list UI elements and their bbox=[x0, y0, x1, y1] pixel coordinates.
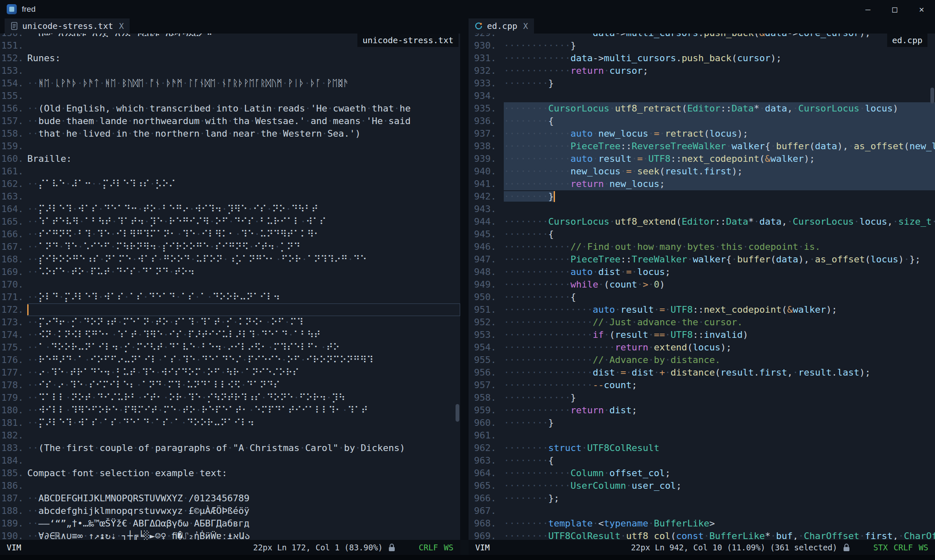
code-line[interactable]: 963.········{ bbox=[469, 454, 935, 467]
code-line[interactable]: 941.············return·new_locus; bbox=[469, 178, 935, 190]
code-line[interactable]: 157.··bude·thaem·lande·northweardum·with… bbox=[0, 115, 460, 127]
code-line[interactable]: 184. bbox=[0, 454, 460, 467]
code-line[interactable]: 951.················auto·result·=·UTF8::… bbox=[469, 303, 935, 316]
code-line[interactable]: 961. bbox=[469, 429, 935, 442]
code-line[interactable]: 163. bbox=[0, 190, 460, 203]
maximize-button[interactable]: □ bbox=[881, 0, 908, 18]
code-line[interactable]: 188.··abcdefghijklmnopqrstuvwxyz·£©µÀÆÖÞ… bbox=[0, 505, 460, 517]
code-line[interactable]: 965.············UserColumn·user_col; bbox=[469, 480, 935, 492]
code-line[interactable]: 182. bbox=[0, 429, 460, 442]
code-line[interactable]: 937.············auto·new_locus·=·retract… bbox=[469, 127, 935, 140]
code-line[interactable]: 181.··⡍⠜⠇⠑⠹·⠺⠁⠎·⠁⠎·⠙⠑⠁⠙·⠁⠎·⠁·⠙⠕⠕⠗⠤⠝⠁⠊⠇⠲ bbox=[0, 417, 460, 429]
code-line[interactable]: 158.··that·he·lived·in·the·northern·land… bbox=[0, 127, 460, 140]
code-line[interactable]: 932.············return·cursor; bbox=[469, 65, 935, 77]
code-line[interactable]: 939.············auto·result·=·UTF8::next… bbox=[469, 153, 935, 165]
code-line[interactable]: 968.········template·<typename·BufferLik… bbox=[469, 517, 935, 530]
code-line[interactable]: 152.Runes: bbox=[0, 52, 460, 65]
code-line[interactable]: 187.··ABCDEFGHIJKLMNOPQRSTUVWXYZ·/012345… bbox=[0, 492, 460, 505]
code-line[interactable]: 175.··⠁·⠙⠕⠕⠗⠤⠝⠁⠊⠇⠲·⡊·⠍⠊⠣⠞·⠙⠁⠧⠑·⠃⠑⠲·⠔⠊⠇⠔⠫… bbox=[0, 341, 460, 354]
code-line[interactable]: 957.················--count; bbox=[469, 379, 935, 391]
code-line[interactable]: 166.··⠎⠊⠛⠝⠫·⠃⠹·⠹⠑·⠊⠇⠻⠛⠹⠍⠁⠝⠂·⠹⠑·⠊⠇⠻⠅⠂·⠹⠑·… bbox=[0, 228, 460, 241]
scrollbar-thumb[interactable] bbox=[456, 404, 459, 422]
code-line[interactable]: 165.··⠱⠁⠞⠑⠧⠻·⠁⠃⠳⠞·⠹⠁⠞⠲·⡹⠑·⠗⠑⠛⠊⠌⠻·⠕⠋·⠙⠊⠎·… bbox=[0, 215, 460, 228]
code-line[interactable]: 959.············return·dist; bbox=[469, 404, 935, 417]
close-button[interactable]: ✕ bbox=[908, 0, 935, 18]
editor-pane-unicode-stress: 150.··ሰው·እንደቤቱ·እንጅ·እንደ·ጉረቤቱ·አይተዳደርም።151.… bbox=[0, 34, 460, 540]
tab-unicode-stress[interactable]: unicode-stress.txt X bbox=[5, 18, 130, 34]
code-line[interactable]: 156.··(Old·English,·which·transcribed·in… bbox=[0, 102, 460, 115]
code-line[interactable]: 179.··⠩⠁⠇⠇·⠝⠕⠞·⠙⠊⠌⠥⠗⠃·⠊⠞⠂·⠕⠗·⠹⠑·⡊⠳⠝⠞⠗⠹⠰⠎… bbox=[0, 391, 460, 404]
code-line[interactable]: 931.············data->multi_cursors.push… bbox=[469, 52, 935, 65]
code-line[interactable]: 948.············auto·dist·=·locus; bbox=[469, 266, 935, 278]
code-line[interactable]: 176.··⠗⠑⠛⠜⠙·⠁·⠊⠕⠋⠋⠔⠤⠝⠁⠊⠇·⠁⠎·⠹⠑·⠙⠑⠁⠙⠑⠌·⠏⠊… bbox=[0, 354, 460, 366]
code-line[interactable]: 943. bbox=[469, 203, 935, 215]
code-line[interactable]: 956.················dist·=·dist·+·distan… bbox=[469, 366, 935, 379]
code-text: Braille: bbox=[27, 153, 460, 165]
code-line[interactable]: 934. bbox=[469, 90, 935, 102]
code-line[interactable]: 946.············//·Find·out·how·many·byt… bbox=[469, 241, 935, 253]
code-line[interactable]: 155. bbox=[0, 90, 460, 102]
code-line[interactable]: 173.··⡍⠔⠙⠖·⡊·⠙⠕⠝⠰⠞·⠍⠑⠁⠝·⠞⠕·⠎⠁⠹·⠹⠁⠞·⡊·⠅⠝⠪… bbox=[0, 316, 460, 329]
code-text: ··⡍⠜⠇⠑⠹·⠺⠁⠎·⠁⠎·⠙⠑⠁⠙·⠁⠎·⠁·⠙⠕⠕⠗⠤⠝⠁⠊⠇⠲ bbox=[27, 417, 460, 429]
code-line[interactable]: 935.········CursorLocus·utf8_retract(Edi… bbox=[469, 102, 935, 115]
code-line[interactable]: 944.········CursorLocus·utf8_extend(Edit… bbox=[469, 215, 935, 228]
code-line[interactable]: 178.··⠊⠎·⠔·⠹⠑·⠎⠊⠍⠊⠇⠑⠆·⠁⠝⠙·⠍⠹·⠥⠝⠙⠁⠇⠇⠪⠫·⠙⠁… bbox=[0, 379, 460, 391]
code-line[interactable]: 170. bbox=[0, 278, 460, 291]
code-line[interactable]: 172. bbox=[0, 303, 460, 316]
code-line[interactable]: 967. bbox=[469, 505, 935, 517]
code-line[interactable]: 167.··⠁⠝⠙·⠹⠑·⠡⠊⠑⠋·⠍⠳⠗⠝⠻⠲·⡎⠊⠗⠕⠕⠛⠑·⠎⠊⠛⠝⠫·⠊… bbox=[0, 241, 460, 253]
titlebar[interactable]: fred — □ ✕ bbox=[0, 0, 935, 18]
code-line[interactable]: 954.····················return·extend(lo… bbox=[469, 341, 935, 354]
tab-ed-cpp[interactable]: ed.cpp X bbox=[469, 18, 534, 34]
code-line[interactable]: 950.············{ bbox=[469, 291, 935, 303]
code-line[interactable]: 174.··⠪⠝·⠅⠝⠪⠇⠫⠛⠑⠂·⠱⠁⠞·⠹⠻⠑·⠊⠎·⠏⠜⠞⠊⠊⠥⠇⠜⠇⠹·… bbox=[0, 329, 460, 341]
code-line[interactable]: 942.········} bbox=[469, 190, 935, 203]
code-line[interactable]: 160.Braille: bbox=[0, 153, 460, 165]
code-line[interactable]: 164.··⡍⠜⠇⠑⠹·⠺⠁⠎·⠙⠑⠁⠙⠒·⠞⠕·⠃⠑⠛⠔·⠺⠊⠹⠲·⡹⠻⠑·⠊… bbox=[0, 203, 460, 215]
code-line[interactable]: 161. bbox=[0, 165, 460, 178]
code-line[interactable]: 169.··⠡⠕⠎⠑·⠞⠕·⠏⠥⠞·⠙⠊⠎·⠙⠁⠝⠙·⠞⠕⠲ bbox=[0, 266, 460, 278]
code-line[interactable]: 168.··⡎⠊⠗⠕⠕⠛⠑⠰⠎·⠝⠁⠍⠑·⠺⠁⠎·⠛⠕⠕⠙·⠥⠏⠕⠝·⠰⡡⠁⠝⠛… bbox=[0, 253, 460, 266]
code-text: ··that·he·lived·in·the·northern·land·nea… bbox=[27, 127, 460, 140]
code-line[interactable]: 962.········struct·UTF8ColResult bbox=[469, 442, 935, 454]
code-line[interactable]: 185.Compact·font·selection·example·text: bbox=[0, 467, 460, 480]
code-line[interactable]: 938.············PieceTree::ReverseTreeWa… bbox=[469, 140, 935, 153]
code-text: ··⠱⠁⠞⠑⠧⠻·⠁⠃⠳⠞·⠹⠁⠞⠲·⡹⠑·⠗⠑⠛⠊⠌⠻·⠕⠋·⠙⠊⠎·⠃⠥⠗⠊… bbox=[27, 215, 460, 228]
code-line[interactable]: 186. bbox=[0, 480, 460, 492]
code-area-left[interactable]: 150.··ሰው·እንደቤቱ·እንጅ·እንደ·ጉረቤቱ·አይተዳደርም።151.… bbox=[0, 34, 460, 540]
code-line[interactable]: 153. bbox=[0, 65, 460, 77]
code-line[interactable]: 964.············Column·offset_col; bbox=[469, 467, 935, 480]
code-line[interactable]: 183.··(The·first·couple·of·paragraphs·of… bbox=[0, 442, 460, 454]
tab-close-icon[interactable]: X bbox=[119, 21, 124, 31]
code-line[interactable]: 955.················//·Advance·by·distan… bbox=[469, 354, 935, 366]
code-line[interactable]: 966.········}; bbox=[469, 492, 935, 505]
code-line[interactable]: 159. bbox=[0, 140, 460, 153]
code-area-right[interactable]: 929.················data->multi_cursors.… bbox=[469, 34, 935, 540]
code-line[interactable]: 940.············new_locus·=·seek(result.… bbox=[469, 165, 935, 178]
code-line[interactable]: 933.········} bbox=[469, 77, 935, 90]
code-line[interactable]: 936.········{ bbox=[469, 115, 935, 127]
code-line[interactable]: 171.··⡕⠇⠙·⡍⠜⠇⠑⠹·⠺⠁⠎·⠁⠎·⠙⠑⠁⠙·⠁⠎·⠁·⠙⠕⠕⠗⠤⠝⠁… bbox=[0, 291, 460, 303]
code-line[interactable]: 177.··⠔·⠹⠑·⠞⠗⠁⠙⠑⠲·⡃⠥⠞·⠹⠑·⠺⠊⠎⠙⠕⠍·⠕⠋·⠳⠗·⠁⠝… bbox=[0, 366, 460, 379]
code-line[interactable]: 154.··ᚻᛖ·ᚳᚹᚫᚦ·ᚦᚫᛏ·ᚻᛖ·ᛒᚢᛞᛖ·ᚩᚾ·ᚦᚫᛗ·ᛚᚪᚾᛞᛖ·ᚾ… bbox=[0, 77, 460, 90]
code-line[interactable]: 945.········{ bbox=[469, 228, 935, 241]
code-line[interactable]: 953.················if·(result·==·UTF8::… bbox=[469, 329, 935, 341]
code-line[interactable]: 929.················data->multi_cursors.… bbox=[469, 34, 935, 39]
code-line[interactable]: 949.············while·(count·>·0) bbox=[469, 278, 935, 291]
code-line[interactable]: 930.············} bbox=[469, 39, 935, 52]
minimize-button[interactable]: — bbox=[854, 0, 881, 18]
code-line[interactable]: 162.··⡌⠁⠧⠑·⠼⠁⠒··⡍⠜⠇⠑⠹⠰⠎·⡣⠕⠌ bbox=[0, 178, 460, 190]
code-line[interactable]: 969.········UTF8ColResult·utf8_col(const… bbox=[469, 530, 935, 540]
scrollbar-thumb[interactable] bbox=[930, 88, 934, 104]
code-text: ············UserColumn·user_col; bbox=[504, 480, 935, 492]
pane-divider[interactable] bbox=[460, 34, 469, 540]
cpp-file-icon bbox=[474, 22, 483, 30]
code-line[interactable]: 189.··–—‘“”„†•…‰™œŠŸž€·ΑΒΓΔΩαβγδω·АБВГДа… bbox=[0, 517, 460, 530]
code-line[interactable]: 947.············PieceTree::TreeWalker·wa… bbox=[469, 253, 935, 266]
code-line[interactable]: 180.··⠺⠊⠇⠇·⠹⠻⠑⠋⠕⠗⠑·⠏⠻⠍⠊⠞·⠍⠑·⠞⠕·⠗⠑⠏⠑⠁⠞⠂·⠑… bbox=[0, 404, 460, 417]
code-line[interactable]: 958.············} bbox=[469, 391, 935, 404]
tab-close-icon[interactable]: X bbox=[523, 21, 528, 31]
code-line[interactable]: 952.················//·Just·advance·the·… bbox=[469, 316, 935, 329]
code-line[interactable]: 960.········} bbox=[469, 417, 935, 429]
code-line[interactable]: 190.··∀∂∈ℝ∧∪≡∞·↑↗↨↻⇣·┐┼╔╘░►☺♀·ﬁ�⑀₂ἠḂӥẄɐː… bbox=[0, 530, 460, 540]
